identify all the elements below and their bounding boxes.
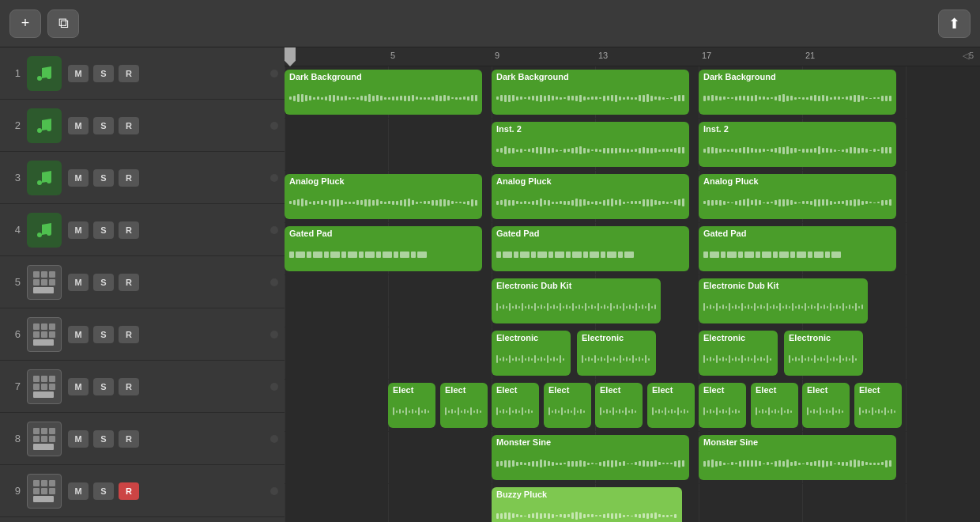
track-s-button-1[interactable]: S (93, 65, 114, 82)
track-r-button-1[interactable]: R (119, 65, 139, 82)
clip-row6-2[interactable]: Electronic (699, 331, 778, 376)
track-s-button-5[interactable]: S (93, 274, 114, 291)
track-m-button-2[interactable]: M (68, 117, 89, 134)
track-number-6: 6 (6, 328, 21, 340)
export-button[interactable]: ⬆ (938, 9, 971, 38)
clip-row6-3[interactable]: Electronic (784, 331, 863, 376)
track-icon-8 (27, 422, 62, 456)
track-r-button-5[interactable]: R (119, 274, 139, 291)
track-r-button-4[interactable]: R (119, 221, 139, 239)
tracks-scroll: Dark BackgroundDark BackgroundDark Backg… (285, 66, 980, 522)
track-number-8: 8 (6, 433, 21, 444)
track-dot-3 (270, 174, 278, 182)
track-s-button-8[interactable]: S (93, 430, 114, 448)
clip-row7-4[interactable]: Elect (595, 383, 643, 428)
track-header-7: 7MSR (0, 361, 285, 413)
clip-row7-8[interactable]: Elect (802, 383, 850, 428)
add-track-button[interactable]: + (9, 9, 41, 38)
track-r-button-8[interactable]: R (119, 430, 139, 448)
clip-title: Gated Pad (496, 229, 684, 238)
track-m-button-1[interactable]: M (68, 65, 89, 82)
track-m-button-5[interactable]: M (68, 274, 89, 291)
svg-rect-13 (49, 279, 55, 286)
clip-row7-3[interactable]: Elect (544, 383, 591, 428)
track-icon-7 (27, 369, 62, 404)
track-icon-6 (27, 317, 62, 352)
clip-title: Electronic (582, 333, 651, 342)
track-header-1: 1MSR (0, 47, 285, 100)
track-r-button-7[interactable]: R (119, 378, 139, 395)
track-icon-2 (27, 108, 62, 143)
clip-row7-1[interactable]: Elect (440, 383, 488, 428)
clip-row4-0[interactable]: Gated Pad (285, 226, 482, 271)
track-s-button-2[interactable]: S (93, 117, 114, 134)
track-s-button-4[interactable]: S (93, 221, 114, 239)
track-m-button-3[interactable]: M (68, 169, 89, 187)
ruler-inner: ◁5 159131721 (285, 47, 980, 66)
clip-row3-2[interactable]: Analog Pluck (699, 174, 896, 219)
clip-title: Analog Pluck (703, 176, 891, 186)
clip-row1-1[interactable]: Dark Background (492, 70, 689, 115)
svg-rect-25 (33, 384, 40, 390)
svg-rect-28 (33, 392, 54, 398)
clip-row5-1[interactable]: Electronic Dub Kit (699, 278, 868, 323)
track-s-button-7[interactable]: S (93, 378, 114, 395)
track-number-1: 1 (6, 67, 21, 79)
track-icon-1 (27, 56, 62, 91)
clip-row7-5[interactable]: Elect (647, 383, 695, 428)
toolbar: + ⧉ ⬆ (0, 0, 980, 47)
track-r-button-6[interactable]: R (119, 326, 139, 343)
gated-pattern (703, 240, 891, 269)
clip-row5-0[interactable]: Electronic Dub Kit (492, 278, 661, 323)
svg-rect-15 (33, 323, 40, 330)
clip-row9-0[interactable]: Buzzy Pluck (492, 487, 682, 522)
clip-row1-2[interactable]: Dark Background (699, 70, 896, 115)
main-layout: 1MSR2MSR3MSR4MSR5MSR6MSR7MSR8MSR9MSR ◁5 … (0, 47, 980, 522)
clip-row2-1[interactable]: Inst. 2 (699, 122, 896, 167)
clip-row6-0[interactable]: Electronic (492, 331, 571, 376)
track-number-7: 7 (6, 380, 21, 392)
clip-row1-0[interactable]: Dark Background (285, 70, 482, 115)
svg-rect-41 (49, 488, 55, 494)
drum-pattern (600, 397, 638, 426)
svg-rect-37 (41, 480, 47, 486)
track-m-button-7[interactable]: M (68, 378, 89, 395)
clip-row3-1[interactable]: Analog Pluck (492, 174, 689, 219)
track-header-4: 4MSR (0, 204, 285, 256)
clip-row4-2[interactable]: Gated Pad (699, 226, 896, 271)
svg-point-3 (47, 127, 51, 131)
track-r-button-9[interactable]: R (119, 482, 139, 500)
clip-title: Analog Pluck (496, 176, 684, 186)
track-r-button-2[interactable]: R (119, 117, 139, 134)
track-header-2: 2MSR (0, 100, 285, 152)
duplicate-button[interactable]: ⧉ (47, 9, 79, 38)
track-m-button-6[interactable]: M (68, 326, 89, 343)
clip-row6-1[interactable]: Electronic (577, 331, 656, 376)
track-s-button-9[interactable]: S (93, 482, 114, 500)
clip-row7-7[interactable]: Elect (751, 383, 798, 428)
clip-title: Elect (807, 385, 845, 395)
clip-row2-0[interactable]: Inst. 2 (492, 122, 689, 167)
clip-row7-0[interactable]: Elect (388, 383, 435, 428)
track-m-button-8[interactable]: M (68, 430, 89, 448)
arrange-area: ◁5 159131721 Dark BackgroundDark Backgro… (285, 47, 980, 522)
track-r-button-3[interactable]: R (119, 169, 139, 187)
clip-row7-2[interactable]: Elect (492, 383, 539, 428)
playhead[interactable] (285, 47, 296, 66)
content-row-4: Gated PadGated PadGated Pad (285, 223, 980, 275)
clip-row8-0[interactable]: Monster Sine (492, 435, 689, 480)
clip-title: Gated Pad (289, 229, 477, 238)
track-m-button-4[interactable]: M (68, 221, 89, 239)
track-m-button-9[interactable]: M (68, 482, 89, 500)
track-s-button-3[interactable]: S (93, 169, 114, 187)
track-s-button-6[interactable]: S (93, 326, 114, 343)
svg-rect-10 (49, 271, 55, 278)
svg-point-5 (47, 179, 51, 183)
clip-row4-1[interactable]: Gated Pad (492, 226, 689, 271)
clip-row7-6[interactable]: Elect (699, 383, 746, 428)
clip-row7-9[interactable]: Elect (854, 383, 902, 428)
track-header-5: 5MSR (0, 256, 285, 308)
drum-pattern (582, 345, 651, 373)
clip-row3-0[interactable]: Analog Pluck (285, 174, 482, 219)
clip-row8-1[interactable]: Monster Sine (699, 435, 896, 480)
